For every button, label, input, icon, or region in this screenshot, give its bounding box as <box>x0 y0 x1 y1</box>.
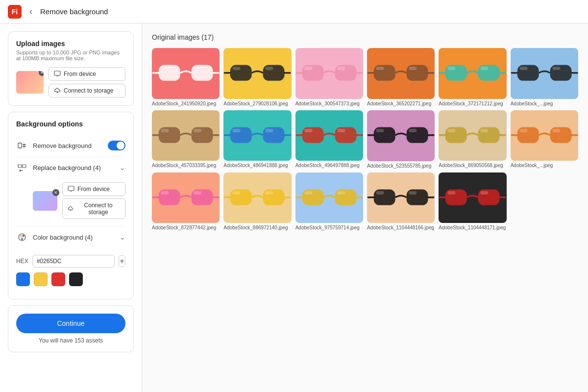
svg-rect-49 <box>161 129 169 132</box>
glasses-svg <box>295 110 363 161</box>
svg-point-7 <box>23 235 24 237</box>
svg-rect-109 <box>448 191 456 195</box>
image-card[interactable]: AdobeStock_...jpeg <box>511 110 578 169</box>
svg-rect-68 <box>409 129 416 132</box>
image-card[interactable]: AdobeStock_1104448166.jpeg <box>367 172 435 231</box>
image-card[interactable]: AdobeStock_241950920.jpeg <box>152 48 220 106</box>
image-name: AdobeStock_872877442.jpeg <box>152 225 220 230</box>
svg-rect-61 <box>304 129 312 132</box>
svg-rect-98 <box>337 191 345 195</box>
image-card[interactable]: AdobeStock_486941888.jpeg <box>223 110 291 169</box>
replace-connect-button[interactable]: Connect to storage <box>62 198 125 219</box>
monitor-icon <box>54 71 61 77</box>
image-name: AdobeStock_869050568.jpeg <box>439 163 506 168</box>
image-name: AdobeStock_975759714.jpeg <box>295 225 363 230</box>
remove-bg-toggle[interactable] <box>108 141 125 150</box>
svg-rect-97 <box>304 191 312 195</box>
image-thumb <box>295 110 363 161</box>
replace-buttons: From device Connect to storage <box>62 182 125 219</box>
image-thumb <box>367 48 435 99</box>
toggle-knob <box>117 142 124 149</box>
swatch-red[interactable] <box>51 272 65 286</box>
image-card[interactable]: AdobeStock_1104448171.jpeg <box>439 172 506 231</box>
main-layout: Upload images Supports up to 10,000 JPG … <box>0 24 588 392</box>
svg-rect-86 <box>194 191 201 195</box>
remove-bg-row: Remove background <box>16 135 125 157</box>
image-thumb <box>439 110 506 161</box>
image-name: AdobeStock_279028106.jpeg <box>223 101 291 106</box>
image-card[interactable]: AdobeStock_300547373.jpeg <box>295 48 363 106</box>
color-bg-chevron[interactable]: ⌄ <box>120 233 125 241</box>
glasses-svg <box>295 172 363 223</box>
image-card[interactable]: AdobeStock_372171212.jpeg <box>439 48 506 106</box>
image-name: AdobeStock_372171212.jpeg <box>439 101 506 106</box>
image-thumb <box>152 48 220 99</box>
monitor2-icon <box>68 186 74 193</box>
svg-rect-26 <box>337 67 345 70</box>
svg-rect-104 <box>409 191 416 195</box>
image-name: AdobeStock_1104448171.jpeg <box>439 225 506 230</box>
image-card[interactable]: AdobeStock_869050568.jpeg <box>439 110 506 169</box>
upload-section: Upload images Supports up to 10,000 JPG … <box>8 31 134 106</box>
upload-preview-thumb: ✕ <box>16 71 44 94</box>
svg-point-6 <box>20 235 22 237</box>
cloud2-icon <box>68 205 74 212</box>
hex-input[interactable] <box>32 255 115 268</box>
connect-storage-button[interactable]: Connect to storage <box>49 84 125 98</box>
replace-bg-chevron[interactable]: ⌄ <box>120 164 125 172</box>
svg-rect-13 <box>161 67 169 70</box>
glasses-svg <box>511 110 578 161</box>
swatch-yellow[interactable] <box>34 272 48 286</box>
image-card[interactable]: AdobeStock_...jpeg <box>511 48 578 106</box>
svg-point-8 <box>21 238 23 240</box>
image-thumb <box>511 48 578 99</box>
glasses-svg <box>295 48 363 99</box>
replace-from-device-button[interactable]: From device <box>62 182 125 196</box>
left-panel: Upload images Supports up to 10,000 JPG … <box>0 24 142 392</box>
glasses-svg <box>439 48 506 99</box>
replace-bg-icon <box>16 162 28 173</box>
upload-title: Upload images <box>16 40 125 48</box>
glasses-svg <box>439 110 506 161</box>
image-card[interactable]: AdobeStock_457033395.jpeg <box>152 110 220 169</box>
image-name: AdobeStock_241950920.jpeg <box>152 101 220 106</box>
svg-rect-3 <box>23 165 26 168</box>
svg-rect-74 <box>481 129 489 132</box>
back-button[interactable]: ‹ <box>27 4 34 19</box>
image-card[interactable]: AdobeStock_886972140.jpeg <box>223 172 291 231</box>
svg-rect-91 <box>233 191 241 195</box>
image-thumb <box>295 172 363 223</box>
image-thumb <box>152 110 220 161</box>
svg-rect-79 <box>519 129 527 132</box>
replace-bg-row: Replace background (4) ⌄ ✕ From device <box>16 157 125 226</box>
remove-bg-label: Remove background <box>33 142 103 149</box>
swatch-black[interactable] <box>69 272 83 286</box>
color-swatches <box>16 272 125 286</box>
glasses-svg <box>439 172 506 223</box>
image-card[interactable]: AdobeStock_975759714.jpeg <box>295 172 363 231</box>
image-card[interactable]: AdobeStock_496497888.jpeg <box>295 110 363 169</box>
cloud-icon <box>54 87 61 94</box>
svg-rect-1 <box>18 143 22 148</box>
image-name: AdobeStock_486941888.jpeg <box>223 163 291 168</box>
image-name: AdobeStock_1104448166.jpeg <box>367 225 435 230</box>
app-logo: Fi <box>8 5 22 19</box>
image-card[interactable]: AdobeStock_279028106.jpeg <box>223 48 291 106</box>
svg-rect-14 <box>194 67 201 70</box>
from-device-button[interactable]: From device <box>49 67 125 81</box>
svg-rect-110 <box>481 191 489 195</box>
svg-rect-31 <box>376 67 384 70</box>
hex-plus-button[interactable]: + <box>119 255 125 267</box>
continue-button[interactable]: Continue <box>16 314 125 333</box>
upload-buttons: From device Connect to storage <box>49 67 125 98</box>
upload-preview-area: ✕ From device Connect to storage <box>16 67 125 98</box>
replace-remove-badge[interactable]: ✕ <box>52 189 59 196</box>
swatch-blue[interactable] <box>16 272 30 286</box>
image-card[interactable]: AdobeStock_523555785.jpeg <box>367 110 435 169</box>
image-card[interactable]: AdobeStock_872877442.jpeg <box>152 172 220 231</box>
image-name: AdobeStock_496497888.jpeg <box>295 163 363 168</box>
image-card[interactable]: AdobeStock_365202271.jpeg <box>367 48 435 106</box>
glasses-svg <box>223 172 291 223</box>
svg-rect-43 <box>519 67 527 70</box>
image-name: AdobeStock_300547373.jpeg <box>295 101 363 106</box>
